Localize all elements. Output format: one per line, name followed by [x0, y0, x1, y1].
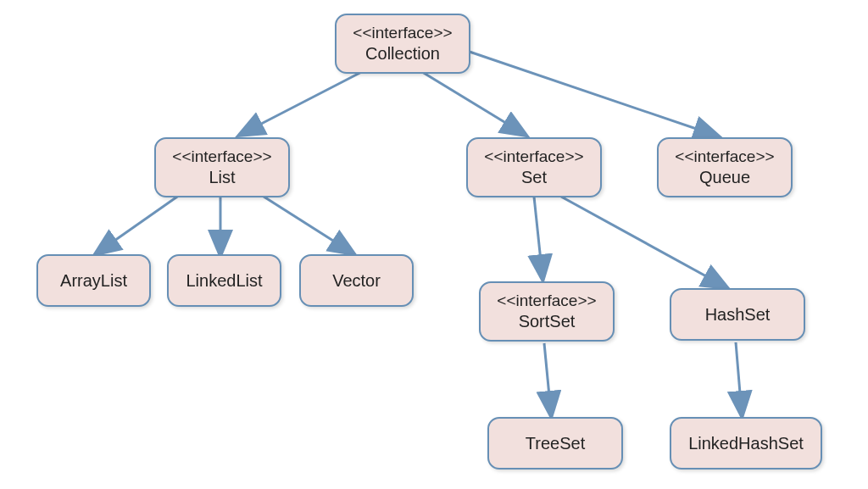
- node-queue: <<interface>> Queue: [657, 137, 793, 197]
- node-name: LinkedList: [186, 270, 262, 291]
- node-name: HashSet: [705, 304, 771, 325]
- stereotype-label: <<interface>>: [675, 147, 774, 167]
- node-name: Vector: [332, 270, 381, 291]
- svg-line-1: [242, 66, 373, 134]
- node-name: Collection: [365, 43, 440, 64]
- svg-line-10: [736, 342, 742, 414]
- collection-hierarchy-diagram: <<interface>> Collection <<interface>> L…: [0, 0, 868, 489]
- node-arraylist: ArrayList: [36, 254, 151, 307]
- svg-line-9: [544, 343, 551, 414]
- svg-line-2: [415, 68, 524, 134]
- svg-line-3: [462, 49, 716, 136]
- node-set: <<interface>> Set: [466, 137, 602, 197]
- node-vector: Vector: [299, 254, 414, 307]
- node-name: SortSet: [519, 311, 576, 331]
- svg-line-7: [534, 197, 542, 277]
- node-name: TreeSet: [526, 433, 585, 453]
- stereotype-label: <<interface>>: [497, 292, 596, 311]
- node-list: <<interface>> List: [154, 137, 290, 197]
- svg-line-6: [261, 195, 352, 253]
- node-name: LinkedHashSet: [688, 433, 804, 453]
- node-linkedhashset: LinkedHashSet: [670, 417, 822, 470]
- stereotype-label: <<interface>>: [172, 147, 271, 167]
- stereotype-label: <<interface>>: [353, 24, 452, 43]
- node-hashset: HashSet: [670, 288, 805, 341]
- stereotype-label: <<interface>>: [484, 147, 583, 167]
- node-name: Queue: [699, 167, 750, 187]
- node-collection: <<interface>> Collection: [335, 14, 470, 74]
- node-name: Set: [521, 167, 547, 187]
- node-name: ArrayList: [60, 270, 127, 291]
- node-name: List: [209, 167, 235, 187]
- svg-line-8: [561, 197, 725, 286]
- svg-line-4: [97, 195, 180, 253]
- node-treeset: TreeSet: [487, 417, 623, 470]
- node-linkedlist: LinkedList: [167, 254, 281, 307]
- node-sortset: <<interface>> SortSet: [479, 281, 615, 342]
